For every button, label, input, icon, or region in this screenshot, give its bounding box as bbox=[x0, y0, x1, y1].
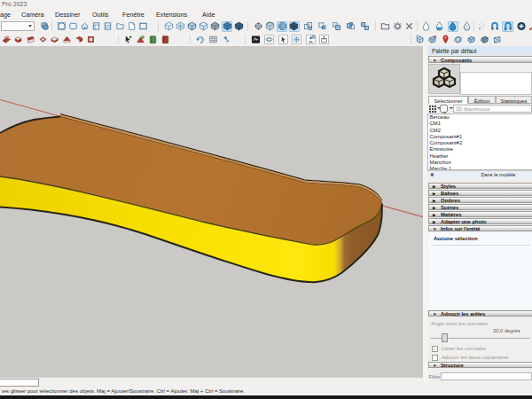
section-header-structure[interactable]: ▼Structure bbox=[428, 362, 532, 369]
section-header-composants[interactable]: ▼ Composants bbox=[428, 56, 532, 63]
component-description-box[interactable] bbox=[460, 72, 532, 95]
menu-cam-ra[interactable]: Caméra bbox=[21, 11, 44, 20]
box-panel-icon[interactable] bbox=[91, 21, 102, 32]
red-wedge3-icon[interactable] bbox=[25, 35, 35, 45]
menu-outils[interactable]: Outils bbox=[92, 11, 108, 20]
sphere-shaded-icon[interactable] bbox=[277, 21, 287, 32]
droplet-full-icon[interactable] bbox=[448, 21, 458, 32]
compass-axes-icon[interactable] bbox=[253, 21, 263, 32]
tab-statistiques[interactable]: Statistiques bbox=[496, 96, 532, 105]
section-header-sc-nes[interactable]: ▶Scènes bbox=[428, 204, 532, 211]
copy-squares-icon[interactable] bbox=[302, 21, 313, 32]
box-panel2-icon[interactable] bbox=[103, 21, 113, 32]
red-wedge8-icon[interactable] bbox=[86, 35, 97, 45]
menu-fen-tre[interactable]: Fenêtre bbox=[122, 11, 145, 20]
angle-slider-thumb[interactable] bbox=[442, 333, 448, 342]
boxed-person-icon[interactable] bbox=[304, 35, 317, 45]
sketch-pin-icon[interactable] bbox=[440, 35, 450, 45]
cube-outline-icon[interactable] bbox=[186, 21, 197, 32]
section-header-adapter-une-photo[interactable]: ▶Adapter une photo bbox=[428, 218, 532, 225]
cube-blue-icon[interactable] bbox=[222, 21, 232, 32]
undo-arrow-icon[interactable] bbox=[194, 35, 205, 45]
component-item[interactable]: Composant#2 bbox=[428, 140, 532, 146]
rounded-box-icon[interactable] bbox=[67, 21, 78, 32]
cursor-select-icon[interactable] bbox=[122, 35, 133, 45]
book-red-icon[interactable] bbox=[160, 35, 170, 45]
red-wedge7-icon[interactable] bbox=[74, 35, 84, 45]
view-options-icon[interactable] bbox=[429, 106, 436, 113]
home-button[interactable] bbox=[440, 105, 448, 113]
cube-half-dark-icon[interactable] bbox=[289, 21, 300, 32]
folder-page-icon[interactable] bbox=[114, 21, 125, 32]
section-header-balises[interactable]: ▶Balises bbox=[428, 190, 532, 197]
droplet-hatch-icon[interactable] bbox=[461, 21, 472, 32]
droplet-outline-icon[interactable] bbox=[420, 21, 431, 32]
sketch-cube-x-icon[interactable] bbox=[492, 35, 503, 45]
arrows-blue-icon[interactable] bbox=[221, 35, 231, 45]
in-model-row[interactable]: ✥ Dans le modèle bbox=[427, 170, 532, 178]
search-input[interactable]: 3D Warehouse bbox=[453, 105, 532, 113]
sketch-cube-dark-icon[interactable] bbox=[479, 35, 489, 45]
book-green-icon[interactable] bbox=[147, 35, 158, 45]
boxed-cursor-icon[interactable] bbox=[277, 35, 289, 45]
magnet-add-icon[interactable] bbox=[502, 21, 513, 32]
component-item[interactable]: CM2 bbox=[428, 128, 532, 134]
circle-tool-icon[interactable] bbox=[56, 21, 66, 32]
cube-dark-icon[interactable] bbox=[233, 21, 244, 32]
component-item[interactable]: Berceau bbox=[428, 114, 532, 121]
frame-icon[interactable] bbox=[137, 21, 148, 32]
red-wedge6-icon[interactable] bbox=[62, 35, 73, 45]
component-item[interactable]: CM1 bbox=[428, 121, 532, 127]
folder-icon[interactable] bbox=[379, 21, 391, 32]
cube-sketch-icon[interactable] bbox=[163, 21, 174, 32]
house-icon[interactable] bbox=[79, 21, 90, 32]
copy-squares5-icon[interactable] bbox=[360, 21, 371, 32]
boxed-export-icon[interactable] bbox=[318, 35, 331, 45]
menu-aide[interactable]: Aide bbox=[202, 11, 215, 20]
magnet-icon[interactable] bbox=[489, 21, 501, 32]
section-header-ombres[interactable]: ▶Ombres bbox=[428, 197, 532, 204]
component-item[interactable]: Heather bbox=[428, 153, 532, 160]
section-header-styles[interactable]: ▶Styles bbox=[428, 183, 532, 190]
edge-dumbbell-icon[interactable] bbox=[528, 21, 532, 32]
coplanar-checkbox[interactable] bbox=[432, 355, 438, 361]
menu-dessiner[interactable]: Dessiner bbox=[55, 11, 80, 20]
menu-extensions[interactable]: Extensions bbox=[156, 11, 187, 20]
gear-icon[interactable] bbox=[391, 21, 403, 32]
toolbar-combobox[interactable] bbox=[1, 21, 35, 31]
cube-gray-icon[interactable] bbox=[210, 21, 221, 32]
drawing-canvas[interactable] bbox=[0, 46, 423, 378]
sketch-cube-box-icon[interactable] bbox=[466, 35, 476, 45]
section-header-mati-res[interactable]: ▶Matières bbox=[428, 211, 532, 218]
sketch-cube-dot-icon[interactable] bbox=[427, 35, 438, 45]
red-wedge5-icon[interactable] bbox=[50, 35, 60, 45]
sketch-cube-clock-icon[interactable] bbox=[453, 35, 464, 45]
red-wedge1-icon[interactable] bbox=[1, 35, 12, 45]
smooth-normals-checkbox[interactable]: ✓ bbox=[432, 346, 438, 352]
cube-rotate-icon[interactable] bbox=[265, 21, 276, 32]
filter-input[interactable] bbox=[441, 372, 532, 381]
boxed-link-icon[interactable] bbox=[291, 35, 303, 45]
component-item[interactable]: Manchon bbox=[428, 160, 532, 166]
shapes-overlay-icon[interactable] bbox=[39, 21, 50, 32]
boxed-orbit-icon[interactable] bbox=[263, 35, 276, 45]
component-item[interactable]: Composant#1 bbox=[428, 134, 532, 140]
component-item[interactable]: Marche 1 bbox=[428, 166, 532, 169]
navy-plus-circle-icon[interactable] bbox=[515, 21, 527, 32]
section-header-infos-sur-l-entit-[interactable]: ▼Infos sur l'entité bbox=[428, 225, 532, 232]
droplet-half-icon[interactable] bbox=[434, 21, 444, 32]
tab--dition[interactable]: Édition bbox=[468, 96, 496, 105]
component-item[interactable]: Entretoise bbox=[428, 146, 532, 153]
copy-squares4-icon[interactable] bbox=[346, 21, 356, 32]
red-wedge4-icon[interactable] bbox=[37, 35, 48, 45]
red-wedge2-icon[interactable] bbox=[13, 35, 24, 45]
black-badge-icon[interactable] bbox=[249, 35, 262, 45]
menu-age[interactable]: age bbox=[0, 11, 11, 20]
cube-open-icon[interactable] bbox=[199, 21, 209, 32]
mountain-green-dot-icon[interactable] bbox=[135, 35, 145, 45]
close-x-icon[interactable] bbox=[403, 21, 414, 32]
copy-squares2-icon[interactable] bbox=[317, 21, 327, 32]
component-thumbnail[interactable] bbox=[428, 64, 460, 94]
sparkle-dots-icon[interactable] bbox=[476, 21, 487, 32]
copy-squares3-icon[interactable] bbox=[331, 21, 341, 32]
